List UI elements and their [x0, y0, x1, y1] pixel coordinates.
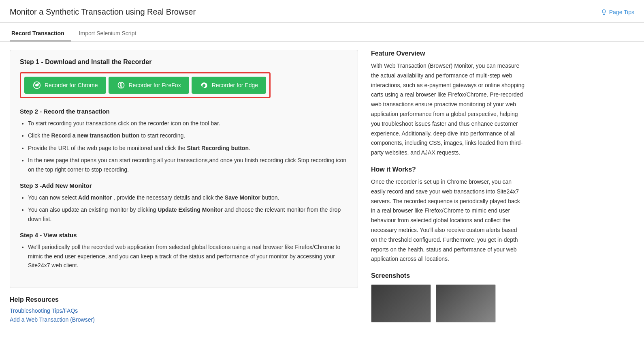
- list-item: You can now select Add monitor , provide…: [28, 193, 348, 202]
- screenshot-thumb-2[interactable]: [436, 284, 496, 322]
- help-link-add-web[interactable]: Add a Web Transaction (Browser): [10, 316, 358, 323]
- step4-title: Step 4 - View status: [20, 232, 348, 238]
- edge-icon: [200, 81, 209, 90]
- list-item: Click the Record a new transaction butto…: [28, 131, 348, 140]
- help-link-troubleshooting[interactable]: Troubleshooting Tips/FAQs: [10, 307, 358, 314]
- feature-title: Feature Overview: [371, 50, 525, 57]
- firefox-btn-label: Recorder for FireFox: [129, 82, 181, 88]
- feature-text: With Web Transaction (Browser) Monitor, …: [371, 61, 525, 158]
- tab-record-transaction[interactable]: Record Transaction: [10, 26, 71, 41]
- screenshots-row: [371, 284, 525, 322]
- list-item: To start recording your transactions cli…: [28, 119, 348, 128]
- how-text: Once the recorder is set up in Chrome br…: [371, 177, 525, 264]
- recorder-buttons-wrapper: Recorder for Chrome Recorder for FireFox: [20, 72, 271, 98]
- page-title: Monitor a Synthetic Transaction using Re…: [10, 7, 196, 17]
- step4-list: We'll periodically poll the recorded web…: [20, 243, 348, 270]
- step-box: Step 1 - Download and Install the Record…: [10, 50, 358, 288]
- step3-title: Step 3 -Add New Monitor: [20, 182, 348, 189]
- chrome-icon: [32, 81, 41, 90]
- page-header: Monitor a Synthetic Transaction using Re…: [0, 0, 644, 23]
- right-panel: Feature Overview With Web Transaction (B…: [371, 50, 525, 325]
- step1-title: Step 1 - Download and Install the Record…: [20, 58, 348, 66]
- step2-title: Step 2 - Record the transaction: [20, 108, 348, 115]
- recorder-chrome-button[interactable]: Recorder for Chrome: [24, 77, 106, 94]
- step1-section: Step 1 - Download and Install the Record…: [20, 58, 348, 100]
- left-panel: Step 1 - Download and Install the Record…: [10, 50, 358, 325]
- list-item: You can also update an existing monitor …: [28, 205, 348, 223]
- tabs-bar: Record Transaction Import Selenium Scrip…: [0, 26, 644, 42]
- page-tips-link[interactable]: Page Tips: [601, 9, 634, 15]
- recorder-edge-button[interactable]: Recorder for Edge: [192, 77, 266, 94]
- edge-btn-label: Recorder for Edge: [212, 82, 258, 88]
- svg-point-1: [36, 84, 38, 87]
- step2-list: To start recording your transactions cli…: [20, 119, 348, 174]
- screenshot-image-1: [371, 285, 431, 322]
- firefox-icon: [117, 81, 126, 90]
- help-resources: Help Resources Troubleshooting Tips/FAQs…: [10, 296, 358, 323]
- step3-list: You can now select Add monitor , provide…: [20, 193, 348, 223]
- screenshots-title: Screenshots: [371, 272, 525, 279]
- list-item: Provide the URL of the web page to be mo…: [28, 144, 348, 153]
- how-title: How it Works?: [371, 166, 525, 173]
- step2-section: Step 2 - Record the transaction To start…: [20, 108, 348, 174]
- screenshot-thumb-1[interactable]: [371, 284, 431, 322]
- recorder-firefox-button[interactable]: Recorder for FireFox: [109, 77, 189, 94]
- screenshot-image-2: [436, 285, 495, 322]
- main-layout: Step 1 - Download and Install the Record…: [0, 42, 644, 333]
- tab-import-selenium[interactable]: Import Selenium Script: [77, 26, 143, 41]
- chrome-btn-label: Recorder for Chrome: [45, 82, 98, 88]
- help-resources-title: Help Resources: [10, 296, 358, 303]
- step4-section: Step 4 - View status We'll periodically …: [20, 232, 348, 270]
- lightbulb-icon: [601, 9, 607, 15]
- list-item: In the new page that opens you can start…: [28, 156, 348, 174]
- list-item: We'll periodically poll the recorded web…: [28, 243, 348, 270]
- step3-section: Step 3 -Add New Monitor You can now sele…: [20, 182, 348, 223]
